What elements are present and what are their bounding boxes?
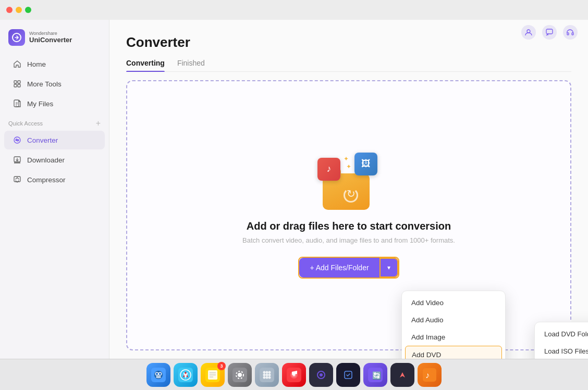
drop-zone-title: Add or drag files here to start conversi… [247,220,451,232]
chevron-down-icon: ▾ [387,264,390,271]
dropdown-item-load-iso[interactable]: Load ISO Files [535,343,588,359]
dock-finder[interactable] [146,363,170,387]
svg-point-39 [266,373,268,376]
file-icon [13,99,22,108]
add-files-dropdown-toggle[interactable]: ▾ [379,258,398,278]
svg-rect-56 [423,368,436,382]
sidebar-item-my-files[interactable]: My Files [4,94,105,113]
sidebar-item-downloader[interactable]: Downloader [4,150,105,169]
compressor-icon [13,175,22,184]
sidebar-item-compressor[interactable]: Compressor [4,170,105,189]
sidebar-item-more-tools[interactable]: More Tools [4,74,105,93]
minimize-button[interactable] [16,7,22,13]
drop-zone-illustration: ♪ 🖼 ✦ ✦ [317,153,380,210]
traffic-lights [6,7,31,13]
svg-point-36 [266,371,268,373]
svg-text:♪: ♪ [425,371,430,380]
converter-icon [13,135,22,145]
dock-app4[interactable] [390,363,414,387]
svg-rect-11 [567,33,569,35]
svg-point-40 [268,373,271,376]
dock-launchpad[interactable] [255,363,279,387]
sidebar: Wondershare UniConverter Home Mo [0,20,109,359]
svg-point-32 [238,373,242,377]
svg-rect-4 [18,84,20,87]
headphones-icon[interactable] [563,25,578,40]
home-icon [13,59,22,69]
drop-zone-subtitle: Batch convert video, audio, and image fi… [242,236,455,244]
image-card-icon: 🖼 [354,153,377,175]
svg-point-35 [263,371,266,373]
dock-app2[interactable] [336,363,360,387]
app-body: Wondershare UniConverter Home Mo [0,20,588,359]
grid-icon [13,79,22,89]
add-dvd-submenu: Load DVD Folder Load ISO Files Load IFO … [534,322,588,359]
svg-rect-2 [18,81,20,83]
tab-converting[interactable]: Converting [126,59,165,71]
logo-icon [8,29,25,46]
svg-text:🔄: 🔄 [372,371,382,380]
tab-finished[interactable]: Finished [177,59,205,71]
svg-rect-12 [572,33,573,35]
add-quick-access-icon[interactable]: + [96,119,101,128]
notes-badge: 3 [217,362,226,370]
svg-point-37 [268,371,271,373]
svg-rect-1 [14,81,17,83]
dropdown-item-load-dvd-folder[interactable]: Load DVD Folder [535,325,588,343]
logo-text: Wondershare UniConverter [29,31,72,44]
quick-access-header: Quick Access + [0,114,109,130]
downloader-icon [13,155,22,165]
main-header: Converter Converting Finished [109,20,588,72]
page-title: Converter [126,34,571,51]
dock: 3 [0,359,588,390]
dropdown-item-add-audio[interactable]: Add Audio [402,311,505,329]
header-actions [521,25,578,40]
dropdown-item-add-image[interactable]: Add Image [402,329,505,346]
close-button[interactable] [6,7,13,13]
add-files-wrapper: + Add Files/Folder ▾ [298,257,399,279]
svg-point-19 [156,375,161,378]
svg-point-17 [156,373,158,375]
dropdown-item-add-dvd[interactable]: Add DVD [405,346,502,359]
dock-settings[interactable] [228,363,252,387]
add-files-main-label[interactable]: + Add Files/Folder [299,258,379,277]
dropdown-item-add-video[interactable]: Add Video [402,294,505,311]
dock-music[interactable] [282,363,306,387]
svg-rect-5 [14,100,19,107]
sidebar-item-home[interactable]: Home [4,55,105,73]
svg-rect-10 [546,29,553,34]
sidebar-item-converter[interactable]: Converter [4,131,105,149]
dock-app1[interactable] [309,363,333,387]
svg-point-18 [159,373,161,375]
add-files-button[interactable]: + Add Files/Folder ▾ [299,258,398,278]
chat-icon[interactable] [542,25,557,40]
svg-rect-3 [14,84,17,87]
svg-point-38 [263,373,266,376]
add-files-dropdown-menu: Add Video Add Audio Add Image Add DVD Ad… [401,291,506,359]
tabs: Converting Finished [126,59,571,72]
svg-point-9 [527,30,530,33]
svg-point-43 [268,376,271,379]
main-content: Converter Converting Finished ♪ 🖼 ✦ [109,20,588,359]
dock-app3[interactable]: 🔄 [363,363,387,387]
sparkle-icon-2: ✦ [346,163,351,170]
music-card-icon: ♪ [317,158,340,181]
sparkle-icon: ✦ [344,155,349,162]
maximize-button[interactable] [25,7,31,13]
svg-point-41 [263,376,266,379]
dock-notes[interactable]: 3 [201,363,225,387]
svg-point-42 [266,376,268,379]
dock-app5[interactable]: ♪ [418,363,442,387]
titlebar [0,0,588,20]
app-logo: Wondershare UniConverter [0,25,109,54]
svg-point-50 [320,373,323,376]
dock-safari[interactable] [174,363,198,387]
profile-icon[interactable] [521,25,536,40]
